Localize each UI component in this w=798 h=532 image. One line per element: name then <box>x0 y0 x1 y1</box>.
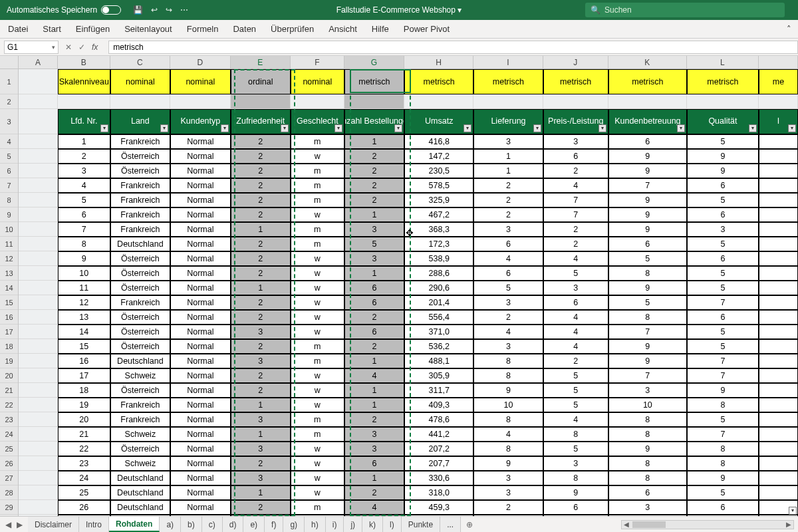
cell[interactable]: 9 <box>58 251 110 266</box>
col-header-B[interactable]: B <box>58 56 110 68</box>
cell[interactable]: Normal <box>170 237 230 251</box>
cell[interactable]: 3 <box>344 222 404 237</box>
col-header-A[interactable]: A <box>19 56 58 68</box>
row-header[interactable]: 21 <box>0 383 18 398</box>
cell[interactable]: 5 <box>608 295 687 310</box>
cell[interactable]: 9 <box>608 339 687 354</box>
cell[interactable]: m <box>291 237 344 251</box>
cell[interactable]: w <box>291 442 344 456</box>
cell[interactable]: 2 <box>344 193 404 207</box>
ribbon-collapse-icon[interactable]: ˄ <box>787 24 791 34</box>
cell[interactable]: 8 <box>608 427 687 442</box>
sheet-tab[interactable]: g) <box>283 517 305 532</box>
cell[interactable]: Zufriedenheit▾ <box>231 109 291 134</box>
cell[interactable]: 230,5 <box>404 164 473 178</box>
cell[interactable]: 1 <box>58 134 110 149</box>
cell[interactable]: w <box>291 251 344 266</box>
cell[interactable] <box>759 207 798 222</box>
cell[interactable] <box>19 94 58 109</box>
cell[interactable]: 6 <box>473 237 543 251</box>
cell[interactable]: 2 <box>58 149 110 164</box>
cell[interactable]: 3 <box>473 339 543 354</box>
tab-formeln[interactable]: Formeln <box>187 24 219 34</box>
col-header-C[interactable]: C <box>110 56 170 68</box>
sheet-tab[interactable]: k) <box>362 517 383 532</box>
filter-button[interactable]: ▾ <box>464 124 471 132</box>
cell[interactable]: Normal <box>170 442 230 456</box>
cell[interactable]: 1 <box>231 485 291 500</box>
cell[interactable]: 1 <box>344 398 404 412</box>
cell[interactable]: 8 <box>473 442 543 456</box>
cell[interactable] <box>19 383 58 398</box>
cell[interactable] <box>19 281 58 295</box>
cell[interactable]: 2 <box>231 310 291 325</box>
cell[interactable]: 467,2 <box>404 207 473 222</box>
cell[interactable]: 3 <box>231 412 291 427</box>
cell[interactable]: 8 <box>473 368 543 383</box>
cell[interactable]: 6 <box>543 295 608 310</box>
cell[interactable]: Normal <box>170 412 230 427</box>
cell[interactable]: Normal <box>170 222 230 237</box>
cell[interactable]: nominal <box>170 69 230 94</box>
cell[interactable]: Normal <box>170 456 230 471</box>
cell[interactable]: w <box>291 310 344 325</box>
row-header[interactable]: 1 <box>0 69 18 94</box>
filter-button[interactable]: ▾ <box>533 124 541 132</box>
cell[interactable]: 2 <box>473 500 543 515</box>
col-header-G[interactable]: G <box>344 56 404 68</box>
sheet-tab[interactable]: Rohdaten <box>109 517 160 532</box>
cell[interactable] <box>19 412 58 427</box>
tab-ansicht[interactable]: Ansicht <box>329 24 357 34</box>
col-header-I[interactable]: I <box>473 56 543 68</box>
cell[interactable]: Normal <box>170 207 230 222</box>
cell[interactable]: 8 <box>58 237 110 251</box>
column-headers[interactable]: ABCDEFGHIJKL <box>19 56 798 69</box>
cell[interactable]: 2 <box>231 193 291 207</box>
cell[interactable]: 6 <box>687 251 759 266</box>
cell[interactable]: 7 <box>58 222 110 237</box>
row-header[interactable]: 6 <box>0 164 18 178</box>
cell[interactable]: 9 <box>608 207 687 222</box>
tab-powerpivot[interactable]: Power Pivot <box>404 24 450 34</box>
col-header-K[interactable]: K <box>608 56 687 68</box>
cell[interactable]: 3 <box>58 164 110 178</box>
cell[interactable]: 5 <box>543 368 608 383</box>
cell[interactable]: 3 <box>543 281 608 295</box>
cell[interactable]: 8 <box>608 266 687 281</box>
cell[interactable]: Deutschland <box>110 485 170 500</box>
cell[interactable] <box>759 471 798 485</box>
cell[interactable]: Kundentyp▾ <box>170 109 230 134</box>
row-header[interactable]: 7 <box>0 178 18 193</box>
cell[interactable]: Österreich <box>110 281 170 295</box>
cell[interactable] <box>608 94 687 109</box>
cell[interactable]: Land▾ <box>110 109 170 134</box>
cell[interactable]: 10 <box>58 266 110 281</box>
cell[interactable]: 5 <box>473 281 543 295</box>
cell[interactable]: 21 <box>58 427 110 442</box>
cell[interactable]: 9 <box>608 193 687 207</box>
cell[interactable]: 4 <box>473 251 543 266</box>
cell[interactable]: 441,2 <box>404 427 473 442</box>
cell[interactable]: Normal <box>170 251 230 266</box>
row-header[interactable]: 3 <box>0 109 18 134</box>
cell[interactable]: 2 <box>344 412 404 427</box>
cell[interactable] <box>759 281 798 295</box>
cell[interactable]: 5 <box>543 442 608 456</box>
row-header[interactable]: 26 <box>0 456 18 471</box>
cell[interactable] <box>687 94 759 109</box>
cell[interactable]: 2 <box>231 368 291 383</box>
cell[interactable]: 8 <box>687 398 759 412</box>
cell[interactable] <box>19 109 58 134</box>
cell[interactable]: 2 <box>231 178 291 193</box>
cell[interactable]: Normal <box>170 295 230 310</box>
row-header[interactable]: 15 <box>0 295 18 310</box>
cell[interactable]: 7 <box>543 193 608 207</box>
cell[interactable]: 10 <box>473 398 543 412</box>
sheet-tab[interactable]: l) <box>383 517 402 532</box>
cell[interactable]: 2 <box>543 222 608 237</box>
sheet-tab[interactable]: c) <box>202 517 223 532</box>
cell[interactable]: 311,7 <box>404 383 473 398</box>
cell[interactable]: 1 <box>231 398 291 412</box>
cell[interactable]: 2 <box>543 164 608 178</box>
cell[interactable]: 6 <box>608 237 687 251</box>
